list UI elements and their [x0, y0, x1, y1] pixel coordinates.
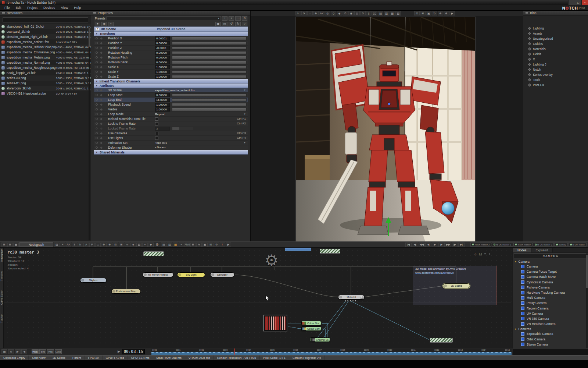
keyframe-toggle-icon[interactable]	[96, 94, 98, 96]
resource-row-expedition-mecha-action1-fbx[interactable]: expedition_mecha_action1.fbxLoaded in 0.…	[0, 39, 91, 45]
graph-zoom-out-icon[interactable]: −	[493, 252, 495, 256]
camera-item-orbit-camera[interactable]: Orbit Camera	[513, 336, 588, 342]
add-preset-icon[interactable]: +	[229, 16, 234, 21]
root-node-gear-icon[interactable]: ⚙	[265, 253, 279, 268]
play-box-icon[interactable]: ▶	[226, 243, 231, 247]
camera-lock-icon[interactable]: ©	[343, 11, 348, 15]
expose-toggle-icon[interactable]	[100, 123, 103, 125]
fit-graph-icon[interactable]: ⊡	[113, 243, 118, 247]
section-shared-materials[interactable]: Shared Materials	[94, 150, 248, 155]
expose-toggle-icon[interactable]	[100, 71, 103, 73]
target-icon[interactable]: ◉	[348, 11, 354, 15]
zoom-tool-icon[interactable]: ⊕	[313, 11, 319, 15]
graph-menu-icon[interactable]: ≡	[484, 252, 486, 256]
local-axis-icon[interactable]: ◇	[331, 11, 336, 15]
property-slider[interactable]	[172, 66, 247, 69]
resource-row-rustig-koppie-2k-hdr[interactable]: rustig_koppie_2k.hdr2048 x 1024, RGBA16;…	[0, 70, 91, 75]
bin-x[interactable]: X	[523, 57, 588, 62]
dual-pane-icon[interactable]: ▯▯	[372, 11, 377, 15]
go-start-icon[interactable]: |◀	[405, 243, 412, 247]
expose-toggle-icon[interactable]	[100, 132, 103, 135]
property-row-scale-y[interactable]: Scale Y1.00000	[94, 70, 248, 74]
section-inherit-transform[interactable]: Inherit Transform Channels	[94, 79, 248, 84]
close-box-icon[interactable]: ⊠	[208, 243, 214, 247]
keyframe-toggle-icon[interactable]	[96, 132, 98, 134]
clear-filter-icon[interactable]: ×	[108, 22, 114, 26]
keyframe-toggle-icon[interactable]	[96, 61, 98, 63]
camera-item-camera[interactable]: Camera	[513, 264, 588, 269]
redo-icon[interactable]: ↻	[235, 22, 241, 26]
marquee-select-icon[interactable]: ▨	[54, 243, 60, 247]
expose-toggle-icon[interactable]	[100, 127, 103, 130]
autokey-icon[interactable]: AK	[319, 11, 325, 15]
property-row-scale-z[interactable]: Scale Z1.00000	[94, 74, 248, 79]
property-row-reload-materials-from-file[interactable]: Reload Materials From FileCtrl-F1	[94, 117, 248, 121]
resource-row-storeroom-2k-hdr[interactable]: storeroom_2k.hdr2048 x 1024, RGBA16; 16.	[0, 86, 91, 91]
fullscreen-icon[interactable]: ▣	[426, 11, 431, 15]
camera-item-region-camera[interactable]: Region Camera	[513, 306, 588, 311]
presets-dropdown[interactable]: ▼	[107, 16, 221, 20]
section-transform[interactable]: Transform	[94, 32, 248, 36]
bin-materials[interactable]: Materials	[523, 46, 588, 52]
safe-area-icon[interactable]: ▧	[395, 11, 401, 15]
keyframe-toggle-icon[interactable]	[96, 113, 98, 115]
step-forward-icon[interactable]: ▶	[438, 243, 445, 247]
camera-tab-overlay[interactable]: overlay	[554, 243, 567, 247]
expose-toggle-icon[interactable]	[100, 118, 103, 120]
copy-properties-icon[interactable]: ▣	[215, 22, 221, 26]
collapse-icon[interactable]: ⊟	[7, 243, 13, 247]
property-row-rotation-heading[interactable]: Rotation Heading0.00000	[94, 50, 248, 55]
keyframe-toggle-icon[interactable]	[96, 142, 98, 144]
dock-tab-nodegraph[interactable]: Nodegraph	[0, 249, 3, 262]
align-p-icon[interactable]: P	[89, 243, 95, 247]
snap-s-icon[interactable]: S	[72, 243, 77, 247]
paste-properties-icon[interactable]: ▤	[222, 22, 227, 26]
clipped-node[interactable]	[285, 248, 311, 251]
dock-tab-curve-editor[interactable]: Curve Editor	[0, 290, 3, 305]
nodegraph-canvas[interactable]: NodegraphTimelineCurve EditorTracker rc3…	[0, 248, 513, 348]
nodes-panel-tab-nodes[interactable]: Nodes	[513, 248, 531, 252]
resources-search-input[interactable]	[3, 17, 88, 22]
camera-count[interactable]: 5	[360, 11, 366, 15]
camera-item-camera-focus-target[interactable]: Camera Focus Target	[513, 269, 588, 274]
export-png-icon[interactable]: PNG	[184, 243, 190, 247]
property-value[interactable]: -0.0003	[155, 46, 170, 50]
camera-item-hardware-tracking-camera[interactable]: Hardware Tracking Camera	[513, 290, 588, 295]
node-sky-light[interactable]: Sky Light	[177, 272, 205, 277]
settings-icon[interactable]: ⚙	[8, 349, 14, 354]
frame-region-icon[interactable]: ▭	[95, 243, 101, 247]
camera-item-camera-match-move[interactable]: Camera Match Move	[513, 274, 588, 279]
keyframe-toggle-icon[interactable]	[96, 123, 98, 125]
autokey-icon[interactable]: AK	[66, 243, 71, 247]
property-row-playback-speed[interactable]: Playback Speed1.00000	[94, 102, 248, 107]
property-value[interactable]: 1.00000	[155, 103, 170, 107]
resources-scrollbar[interactable]	[89, 27, 90, 240]
keyframe-toggle-icon[interactable]	[96, 56, 98, 59]
node-group-camera[interactable]: ▸Camera	[513, 259, 588, 264]
disabled-node-hatch[interactable]	[430, 338, 453, 343]
property-value[interactable]: 0.00000	[155, 60, 170, 64]
bin-tools[interactable]: Tools	[523, 77, 588, 82]
expose-toggle-icon[interactable]	[100, 75, 103, 78]
property-row-3d-scene[interactable]: 3D Sceneexpedition_mecha_action1.fbx▼	[94, 88, 248, 93]
toggle-bin[interactable]: BIN	[39, 349, 46, 354]
bin-lighting[interactable]: Lighting	[523, 26, 588, 31]
expose-toggle-icon[interactable]	[100, 52, 103, 54]
property-slider[interactable]	[172, 37, 247, 40]
bin-assets[interactable]: Assets	[523, 31, 588, 36]
fast-forward-icon[interactable]: ▶▶	[445, 243, 451, 247]
expose-toggle-icon[interactable]	[100, 42, 103, 45]
property-row-loop-start[interactable]: Loop Start0.00000	[94, 93, 248, 98]
keyframe-toggle-icon[interactable]	[96, 89, 98, 91]
pan-tool-icon[interactable]: ↔	[307, 11, 313, 15]
property-dropdown[interactable]: Repeat▼	[155, 112, 247, 116]
node-denoiser[interactable]: Denoiser	[210, 272, 234, 277]
playhead[interactable]	[234, 348, 235, 355]
keyframe-toggle-icon[interactable]	[96, 146, 98, 149]
add-comment-icon[interactable]: +	[142, 243, 148, 247]
cols-view-icon[interactable]: ▥	[167, 243, 172, 247]
keyframe-toggle-icon[interactable]	[96, 75, 98, 78]
expose-toggle-icon[interactable]	[100, 113, 103, 116]
keyframe-toggle-icon[interactable]	[96, 52, 98, 54]
nodes-panel-scrollbar[interactable]	[586, 254, 588, 348]
